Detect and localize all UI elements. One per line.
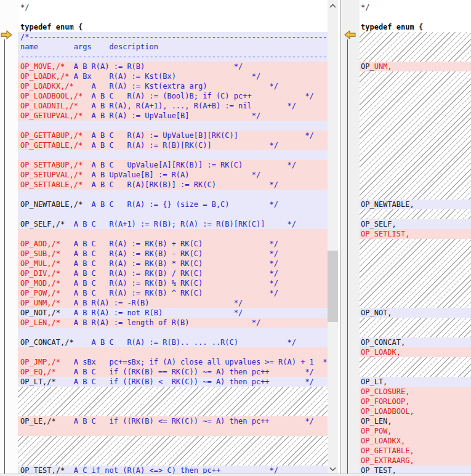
code-segment: OP_POW,/* xyxy=(20,289,60,297)
code-segment: A B C if ((RK(B) == RK(C)) ~= A) then pc… xyxy=(56,368,314,376)
code-line: OP_LOADBOOL,/* A B C R(A) := (Bool)B; if… xyxy=(18,91,328,101)
code-segment: OP_SETTABLE,/* xyxy=(20,180,83,189)
current-diff-extent-line xyxy=(4,39,5,476)
right-code-pane[interactable]: */typedef enum {OP_UNM,OP_NEWTABLE,OP_SE… xyxy=(360,0,471,474)
code-line xyxy=(18,150,328,160)
code-segment: OP_ xyxy=(361,62,374,71)
left-pane-margin xyxy=(0,0,18,476)
code-line: OP_NOT,/* A B R(A) := not R(B) */ xyxy=(18,308,328,318)
code-segment: ----------------------------------------… xyxy=(20,52,328,61)
code-segment: OP_GETTABLE, xyxy=(361,446,414,455)
code-segment: OP_LE,/* xyxy=(20,417,56,426)
code-segment: OP_SELF,/* xyxy=(20,220,65,228)
code-line: OP_LOADK,/* A Bx R(A) := Kst(Bx) */ xyxy=(18,71,328,81)
code-line: ----------------------------------------… xyxy=(18,52,328,62)
scroll-down-button[interactable] xyxy=(328,463,338,474)
diff-gap-hatch xyxy=(18,387,328,416)
code-segment: OP_SUB,/* xyxy=(20,249,60,258)
code-segment: A B C R(A) := R(B).. ... ..R(C) */ xyxy=(74,338,296,347)
diff-gap-hatch xyxy=(360,71,471,200)
code-segment: typedef enum { xyxy=(361,23,423,31)
code-segment: OP_CONCAT,/* xyxy=(20,338,74,347)
diff-window: */typedef enum {/*----------------------… xyxy=(0,0,471,476)
code-segment: OP_NEWTABLE, xyxy=(361,200,414,209)
code-segment: A B C R(A) := RK(B) + RK(C) */ xyxy=(60,240,278,248)
code-line: */ xyxy=(18,2,328,12)
code-segment: OP_LOADKX,/* xyxy=(20,82,74,91)
code-segment: A B C R(A)[RK(B)] := RK(C) */ xyxy=(83,180,278,189)
diff-gap-hatch xyxy=(18,436,328,466)
code-line: OP_SETUPVAL,/* A B UpValue[B] := R(A) */ xyxy=(18,170,328,180)
code-segment: OP_JMP,/* xyxy=(20,358,60,366)
code-segment: A B C if ((RK(B) < RK(C)) ~= A) then pc+… xyxy=(56,377,314,386)
code-segment: OP_SETUPVAL,/* xyxy=(20,171,83,179)
left-code-pane[interactable]: */typedef enum {/*----------------------… xyxy=(18,0,328,474)
code-line: OP_UNM, xyxy=(360,62,471,71)
code-line: OP_LOADBOOL, xyxy=(360,406,471,416)
code-line: */ xyxy=(360,2,471,12)
code-segment: OP_GETTABUP,/* xyxy=(20,131,83,140)
code-line: OP_POW, xyxy=(360,426,471,436)
code-line: OP_SUB,/* A B C R(A) := RK(B) - RK(C) */ xyxy=(18,249,328,259)
code-segment: A sBx pc+=sBx; if (A) close all upvalues… xyxy=(60,358,328,366)
code-segment: A B C R(A) := RK(B) - RK(C) */ xyxy=(60,249,278,258)
current-diff-arrow-left-icon xyxy=(344,30,356,39)
code-segment: A B C R(A) := R(B)[RK(C)] */ xyxy=(83,141,278,150)
code-segment: OP_UNM,/* xyxy=(20,299,60,307)
code-line: OP_SETTABUP,/* A B C UpValue[A][RK(B)] :… xyxy=(18,160,328,170)
code-segment: A B C R(A) := RK(B) % RK(C) */ xyxy=(60,279,278,288)
code-line: OP_SETLIST, xyxy=(360,229,471,239)
code-segment: OP_LEN,/* xyxy=(20,318,60,327)
code-segment: name args description xyxy=(20,42,158,51)
code-segment: A B C R(A) := (Bool)B; if (C) pc++ */ xyxy=(83,92,314,100)
code-line: OP_GETTABUP,/* A B C R(A) := UpValue[B][… xyxy=(18,131,328,140)
code-segment: OP_MOVE,/* xyxy=(20,62,65,71)
code-line: OP_SELF, xyxy=(360,219,471,229)
code-line: OP_GETTABLE,/* A B C R(A) := R(B)[RK(C)]… xyxy=(18,140,328,150)
code-segment: OP_LOADK, xyxy=(361,348,401,357)
code-segment: OP_EQ,/* xyxy=(20,368,56,376)
code-segment: OP_EXTRAARG, xyxy=(361,456,414,465)
code-line: OP_TEST,/* A C if not (R(A) <=> C) then … xyxy=(18,466,328,474)
code-segment: OP_LOADNIL,/* xyxy=(20,102,78,110)
code-segment: OP_LT,/* xyxy=(20,377,56,386)
code-segment: A B R(A) := -R(B) */ xyxy=(60,299,243,307)
code-line: /*--------------------------------------… xyxy=(18,32,328,42)
code-line: OP_LOADNIL,/* A B R(A), R(A+1), ..., R(A… xyxy=(18,101,328,111)
scrollbar-thumb[interactable] xyxy=(328,251,338,322)
code-segment: A B C R(A) := UpValue[B][RK(C)] */ xyxy=(83,131,314,140)
code-segment: OP_NOT,/* xyxy=(20,309,60,317)
left-pane-vertical-scrollbar[interactable] xyxy=(328,0,338,474)
current-diff-extent-line xyxy=(347,39,348,476)
code-line: OP_SELF,/* A B C R(A+1) := R(B); R(A) :=… xyxy=(18,219,328,229)
diff-gap-hatch xyxy=(360,357,471,377)
code-line xyxy=(18,209,328,219)
code-segment: OP_SELF, xyxy=(361,220,397,228)
diff-gap-hatch xyxy=(360,32,471,62)
code-line: name args description xyxy=(18,42,328,52)
code-line: OP_LOADKX,/* A R(A) := Kst(extra arg) */ xyxy=(18,81,328,91)
scroll-up-button[interactable] xyxy=(328,0,338,10)
code-segment: OP_GETTABLE,/* xyxy=(20,141,83,150)
code-segment: OP_ADD,/* xyxy=(20,240,60,248)
code-segment: A B R(A), R(A+1), ..., R(A+B) := nil */ xyxy=(78,102,296,110)
code-line: OP_MOD,/* A B C R(A) := RK(B) % RK(C) */ xyxy=(18,278,328,288)
code-segment: OP_LOADBOOL, xyxy=(361,407,414,416)
code-segment: A B C R(A) := RK(B) / RK(C) */ xyxy=(60,269,278,278)
code-line: OP_EXTRAARG, xyxy=(360,456,471,466)
code-line: OP_GETTABLE, xyxy=(360,446,471,456)
code-line: OP_FORLOOP, xyxy=(360,397,471,406)
code-line xyxy=(18,12,328,22)
code-segment: typedef enum { xyxy=(20,23,83,31)
code-line: OP_JMP,/* A sBx pc+=sBx; if (A) close al… xyxy=(18,357,328,367)
code-line xyxy=(18,328,328,337)
bottom-edge-strip xyxy=(0,474,471,476)
code-line: OP_UNM,/* A B R(A) := -R(B) */ xyxy=(18,298,328,308)
code-segment: A B C R(A+1) := R(B); R(A) := R(B)[RK(C)… xyxy=(65,220,296,228)
code-line: OP_NEWTABLE,/* A B C R(A) := {} (size = … xyxy=(18,200,328,209)
code-segment: OP_LOADBOOL,/* xyxy=(20,92,83,100)
diff-gap-hatch xyxy=(360,239,471,308)
code-segment: A B R(A) := UpValue[B] */ xyxy=(83,111,260,120)
code-line: OP_ADD,/* A B C R(A) := RK(B) + RK(C) */ xyxy=(18,239,328,249)
code-line: OP_EQ,/* A B C if ((RK(B) == RK(C)) ~= A… xyxy=(18,367,328,377)
